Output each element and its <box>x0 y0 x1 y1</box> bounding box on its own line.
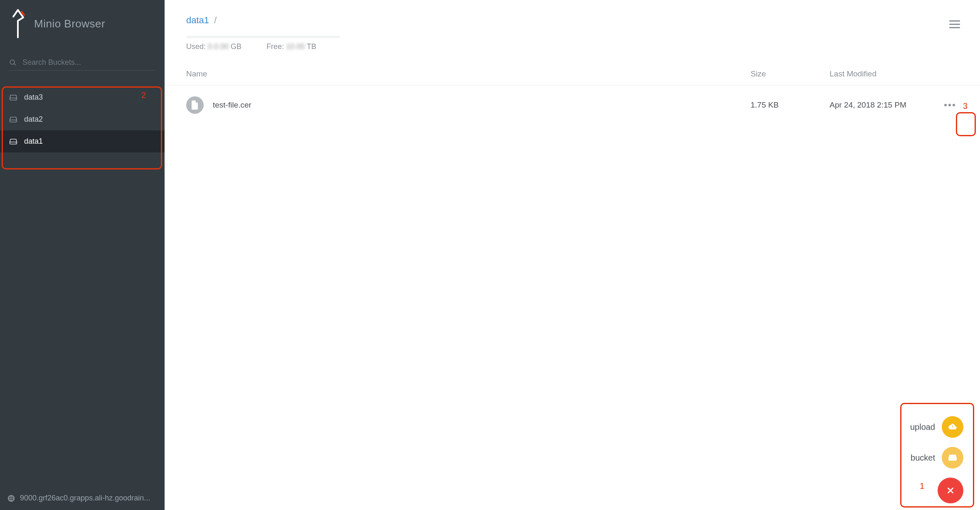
fab-upload-button[interactable] <box>942 416 963 438</box>
brand: Minio Browser <box>0 0 165 47</box>
list-header: Name Size Last Modified <box>165 51 980 86</box>
search-icon <box>9 59 17 66</box>
cloud-upload-icon <box>948 422 957 432</box>
fab-upload-label: upload <box>910 422 935 432</box>
used-value-redacted: 0.0.00 <box>208 42 229 51</box>
fab-menu: upload bucket <box>910 416 963 503</box>
fab-bucket-label: bucket <box>911 453 935 463</box>
col-size[interactable]: Size <box>751 69 830 78</box>
bucket-item-data1[interactable]: data1 <box>0 130 165 152</box>
sidebar: Minio Browser data3 data2 data1 9000.grf… <box>0 0 165 510</box>
breadcrumb: data1 / <box>186 15 946 26</box>
breadcrumb-bucket-link[interactable]: data1 <box>186 15 209 25</box>
free-label: Free: <box>266 42 284 51</box>
used-unit: GB <box>231 42 241 51</box>
drive-icon <box>9 94 17 101</box>
bucket-label: data3 <box>24 93 43 102</box>
bucket-label: data1 <box>24 137 43 146</box>
globe-icon <box>7 495 15 502</box>
minio-logo-icon <box>9 8 27 39</box>
fab-bucket-button[interactable] <box>942 447 963 468</box>
file-row[interactable]: test-file.cer 1.75 KB Apr 24, 2018 2:15 … <box>165 86 980 125</box>
bucket-label: data2 <box>24 115 43 124</box>
used-label: Used: <box>186 42 206 51</box>
host-info: 9000.grf26ac0.grapps.ali-hz.goodrain... <box>0 486 165 510</box>
storage-text: Used: 0.0.00 GB Free: 10.00 TB <box>186 42 946 51</box>
col-modified[interactable]: Last Modified <box>830 69 933 78</box>
breadcrumb-separator: / <box>214 15 217 25</box>
file-name: test-file.cer <box>213 101 751 110</box>
drive-icon <box>9 138 17 145</box>
brand-title: Minio Browser <box>34 17 105 30</box>
bucket-item-data3[interactable]: data3 <box>0 86 165 108</box>
topbar: data1 / Used: 0.0.00 GB Free: 10.00 TB <box>165 0 980 51</box>
file-icon <box>186 96 204 114</box>
file-modified: Apr 24, 2018 2:15 PM <box>830 101 933 110</box>
storage-bar <box>186 36 340 38</box>
drive-icon <box>9 116 17 123</box>
bucket-list: data3 data2 data1 <box>0 86 165 152</box>
host-text: 9000.grf26ac0.grapps.ali-hz.goodrain... <box>20 494 150 503</box>
free-unit: TB <box>307 42 316 51</box>
free-value-redacted: 10.00 <box>286 42 305 51</box>
file-list: test-file.cer 1.75 KB Apr 24, 2018 2:15 … <box>165 86 980 125</box>
col-name[interactable]: Name <box>186 69 751 78</box>
close-icon <box>946 486 955 495</box>
bucket-item-data2[interactable]: data2 <box>0 108 165 130</box>
file-size: 1.75 KB <box>751 101 830 110</box>
main-content: data1 / Used: 0.0.00 GB Free: 10.00 TB <box>165 0 980 510</box>
file-actions-button[interactable] <box>941 101 958 110</box>
search-input[interactable] <box>22 58 155 67</box>
search-buckets[interactable] <box>9 58 155 71</box>
drive-icon <box>948 453 957 462</box>
menu-button[interactable] <box>946 15 963 34</box>
fab-close-button[interactable] <box>938 478 963 503</box>
